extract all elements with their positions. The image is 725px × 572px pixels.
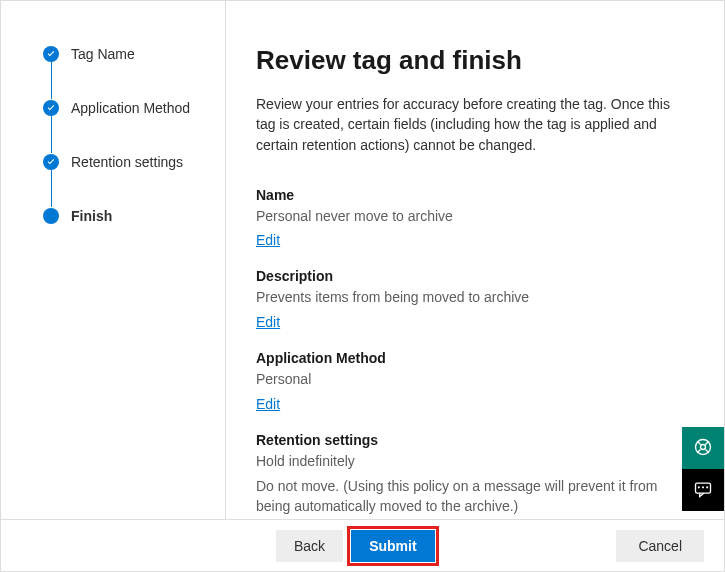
- page-title: Review tag and finish: [256, 45, 694, 76]
- step-finish[interactable]: Finish: [43, 207, 205, 225]
- step-application-method[interactable]: Application Method: [43, 99, 205, 117]
- section-value: Personal: [256, 370, 686, 390]
- section-label: Description: [256, 268, 686, 284]
- cancel-button[interactable]: Cancel: [616, 530, 704, 562]
- check-icon: [43, 100, 59, 116]
- section-label: Retention settings: [256, 432, 686, 448]
- wizard-footer: Back Submit Cancel: [1, 519, 724, 571]
- step-label: Application Method: [71, 100, 190, 116]
- section-retention-settings: Retention settings Hold indefinitely Do …: [256, 432, 686, 519]
- check-icon: [43, 154, 59, 170]
- svg-line-2: [697, 441, 700, 444]
- feedback-button[interactable]: [682, 469, 724, 511]
- wizard-steps: Tag Name Application Method Retention se…: [43, 45, 205, 225]
- section-value: Do not move. (Using this policy on a mes…: [256, 477, 686, 516]
- check-icon: [43, 46, 59, 62]
- section-label: Application Method: [256, 350, 686, 366]
- back-button[interactable]: Back: [276, 530, 343, 562]
- section-value: Personal never move to archive: [256, 207, 686, 227]
- edit-name-link[interactable]: Edit: [256, 232, 280, 248]
- section-value: Hold indefinitely: [256, 452, 686, 472]
- page-intro: Review your entries for accuracy before …: [256, 94, 686, 155]
- help-icon: [693, 437, 713, 460]
- wizard-sidebar: Tag Name Application Method Retention se…: [1, 1, 226, 519]
- section-description: Description Prevents items from being mo…: [256, 268, 686, 330]
- main-content: Review tag and finish Review your entrie…: [226, 1, 724, 519]
- help-button[interactable]: [682, 427, 724, 469]
- svg-line-3: [706, 441, 709, 444]
- edit-application-method-link[interactable]: Edit: [256, 396, 280, 412]
- current-step-icon: [43, 208, 59, 224]
- section-label: Name: [256, 187, 686, 203]
- svg-point-1: [701, 444, 706, 449]
- section-name: Name Personal never move to archive Edit: [256, 187, 686, 249]
- floating-actions: [682, 427, 724, 511]
- section-application-method: Application Method Personal Edit: [256, 350, 686, 412]
- svg-line-5: [706, 449, 709, 452]
- step-label: Retention settings: [71, 154, 183, 170]
- step-label: Tag Name: [71, 46, 135, 62]
- svg-line-4: [697, 449, 700, 452]
- feedback-icon: [693, 479, 713, 502]
- edit-description-link[interactable]: Edit: [256, 314, 280, 330]
- step-retention-settings[interactable]: Retention settings: [43, 153, 205, 171]
- step-label: Finish: [71, 208, 112, 224]
- section-value: Prevents items from being moved to archi…: [256, 288, 686, 308]
- submit-button[interactable]: Submit: [351, 530, 434, 562]
- step-tag-name[interactable]: Tag Name: [43, 45, 205, 63]
